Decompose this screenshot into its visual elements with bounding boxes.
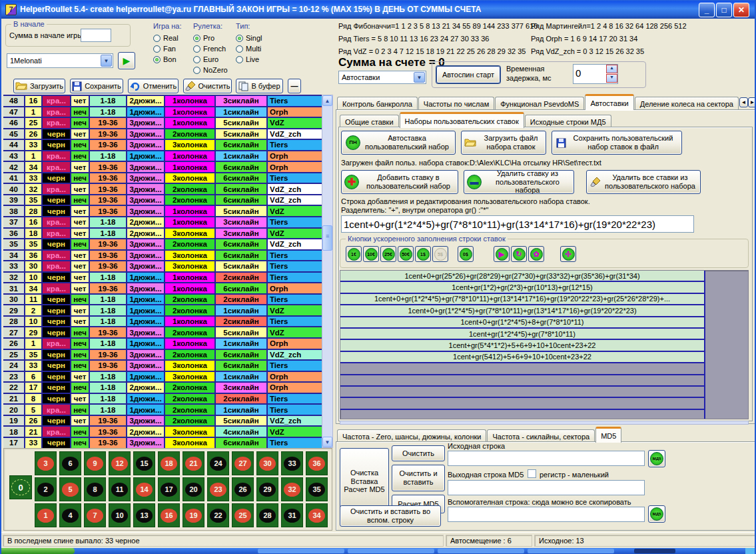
board-cell-15[interactable]: 15 [133,451,155,475]
md5-clear-and-paste-button[interactable]: Очистить и вставить [392,465,445,491]
board-cell-7[interactable]: 7 [84,503,106,527]
tab-автоставки[interactable]: Автоставки [585,94,633,110]
chip-50eur-button[interactable]: 50€ [398,246,414,262]
board-cell-31[interactable]: 31 [281,503,303,527]
bet-list-empty-row[interactable] [340,398,704,409]
tab-деление-колеса-на-сектора[interactable]: Деление колеса на сектора [635,97,739,110]
очистить-button[interactable]: Очистить [183,79,232,93]
start-sum-input[interactable] [81,29,111,42]
repeat-chip-button[interactable]: ↻ [511,246,527,262]
autospin-start-button[interactable]: Автоспин старт [436,66,500,83]
spin-row[interactable]: 2217черннеч1-182дюжи...2колонка3сиклайнO… [3,383,322,394]
subtab-исходные-строки-мд5[interactable]: Исходные строки МД5 [525,115,611,128]
spin-row[interactable]: 1821кра...неч19-362дюжи...3колонка4сикла… [3,427,322,438]
taskbar-item[interactable] [258,549,344,553]
board-cell-10[interactable]: 10 [109,503,131,527]
spin-row[interactable]: 4816кра...чет1-182дюжи...1колонка3сиклай… [3,96,322,107]
delete-all-bets-button[interactable]: Удалить все ставки из пользовательского … [586,170,701,194]
minimize-button[interactable]: _ [699,3,715,17]
board-cell-3[interactable]: 3 [35,451,57,475]
board-cell-13[interactable]: 13 [133,503,155,527]
random-chip-button[interactable]: ✣ [560,246,576,262]
bet-list-empty-row[interactable] [340,363,704,375]
autobet-user-set-button[interactable]: ПН Автоставка пользовательский набор [341,131,456,155]
bet-list-row[interactable]: 1cent+0+gr(1*2*4*5)+8+gr(7*8*10*11) [340,317,704,329]
board-cell-20[interactable]: 20 [183,477,204,501]
bet-string-input[interactable] [341,215,694,233]
board-cell-18[interactable]: 18 [158,451,180,475]
md5-calc-icon-button[interactable]: МД5 [648,450,665,467]
title-bar[interactable]: 7 HelperRoullet 5.4- create helperroulle… [1,0,755,19]
spinner-up-icon[interactable]: ▲ [606,65,617,73]
board-cell-21[interactable]: 21 [183,451,204,475]
scroll-up-icon[interactable]: ▲ [322,95,332,106]
spin-row[interactable]: 3330кра...чет19-363дюжи...3колонка5сикла… [3,261,322,273]
spin-row[interactable]: 3011черннеч1-181дюжи...2колонка2сиклайнT… [3,295,322,306]
maximize-button[interactable]: □ [716,3,732,17]
md5-aux-input[interactable] [448,507,645,522]
spin-row[interactable]: 4625кра...неч19-363дюжи...1колонка5сикла… [3,118,322,129]
md5-out-input[interactable] [448,480,645,495]
spin-row[interactable]: 4234кра...чет19-363дюжи...1колонка6сикла… [3,162,322,173]
md5-aux-icon-button[interactable]: МД5 [648,505,665,523]
в буфер-button[interactable]: В буфер [236,79,283,93]
tab-контроль-банкролла[interactable]: Контроль банкролла [337,97,418,110]
spin-row[interactable]: 3134кра...чет19-363дюжи...1колонка6сикла… [3,283,322,295]
tab-функционал-psevdoms[interactable]: Функционал PsevdoMS [495,97,584,110]
taskbar-item-active[interactable] [634,549,675,553]
board-cell-25[interactable]: 25 [232,503,254,527]
bet-list-row[interactable]: 1cent+0+gr(1*2*4*5)+gr(7*8*10*11)+gr(13*… [340,305,704,317]
bet-list-empty-row[interactable] [340,375,704,387]
board-cell-1[interactable]: 1 [35,503,57,527]
spin-row[interactable]: 471кра...неч1-181дюжи...1колонка1сиклайн… [3,107,322,119]
btab-частота-сиклайны-сектора[interactable]: Частота - сиклайны, сектора [487,429,595,443]
mode-combo[interactable]: Автоставки ▼ [338,71,426,84]
spin-row[interactable]: 2729черннеч19-363дюжи...2колонка5сиклайн… [3,327,322,339]
board-cell-5[interactable]: 5 [59,477,81,501]
spin-row[interactable]: 292чернчет1-181дюжи...2колонка1сиклайнVd… [3,305,322,317]
board-cell-4[interactable]: 4 [59,503,81,527]
board-cell-2[interactable]: 2 [35,477,57,501]
md5-clear-button[interactable]: Очистить [392,445,445,461]
scroll-thumb[interactable] [322,225,332,251]
board-cell-14[interactable]: 14 [133,477,155,501]
subtab-общие-ставки[interactable]: Общие ставки [340,115,399,128]
radio-multi[interactable]: Multi [236,43,262,54]
spin-row[interactable]: 1926чернчет19-363дюжи...2колонка5сиклайн… [3,416,322,427]
spinner-down-icon[interactable]: ▼ [606,74,617,83]
spin-row[interactable]: 4526чернчет19-363дюжи...2колонка5сиклайн… [3,129,322,141]
board-cell-32[interactable]: 32 [281,477,303,501]
spin-row[interactable]: 2535черннеч19-363дюжи...2колонка6сиклайн… [3,350,322,361]
radio-pro[interactable]: Pro [193,33,228,43]
spin-row[interactable]: 3716кра...чет1-182дюжи...1колонка3сиклай… [3,217,322,229]
board-cell-24[interactable]: 24 [207,451,229,475]
chip-10eur-button[interactable]: 10€ [363,246,379,262]
spin-row[interactable]: 261кра...неч1-181дюжи...1колонка1сиклайн… [3,339,322,350]
save-set-file-button[interactable]: Сохранить пользовательский набор ставок … [552,131,682,155]
spin-row[interactable]: 3618кра...чет1-182дюжи...3колонка3сиклай… [3,229,322,240]
radio-fan[interactable]: Fan [153,43,181,54]
btab-частота-zero-шансы-дюжины-колонки[interactable]: Частота - Zero, шансы, дюжины, колонки [337,429,486,443]
table-scrollbar[interactable]: ▲ ▼ [322,95,333,448]
board-cell-19[interactable]: 19 [183,503,204,527]
board-cell-33[interactable]: 33 [281,451,303,475]
bet-list-row[interactable]: 1cent+0+gr(25*26)+gr(28*29)+gr(27*30)+gr… [340,271,704,282]
board-cell-29[interactable]: 29 [256,477,278,501]
taskbar-item[interactable] [438,549,524,553]
bet-list-row[interactable]: 1cent+0+gr(1*2*4*5)+gr(7*8*10*11)+gr(13*… [340,294,704,305]
radio-live[interactable]: Live [236,54,262,65]
spin-row[interactable]: 431кра...неч1-181дюжи...1колонка1сиклайн… [3,151,322,163]
spin-row[interactable]: 3535черннеч19-363дюжи...2колонка6сиклайн… [3,239,322,251]
chevron-down-icon[interactable]: ▼ [101,55,112,67]
radio-bon[interactable]: Bon [153,54,181,65]
board-cell-36[interactable]: 36 [306,451,328,475]
taskbar[interactable] [1,548,755,554]
md5-clear-paste-aux-button[interactable]: Очистить и вставить во вспом. строку [340,505,441,527]
collapse-button[interactable]: — [288,79,301,93]
chip-1eur-button[interactable]: 1€ [346,246,362,262]
tabs-scroll-left-icon[interactable]: ◄ [739,97,748,107]
spin-row[interactable]: 3436кра...чет19-363дюжи...3колонка6сикла… [3,251,322,262]
board-cell-6[interactable]: 6 [59,451,81,475]
board-cell-16[interactable]: 16 [158,503,180,527]
board-cell-35[interactable]: 35 [306,477,328,501]
